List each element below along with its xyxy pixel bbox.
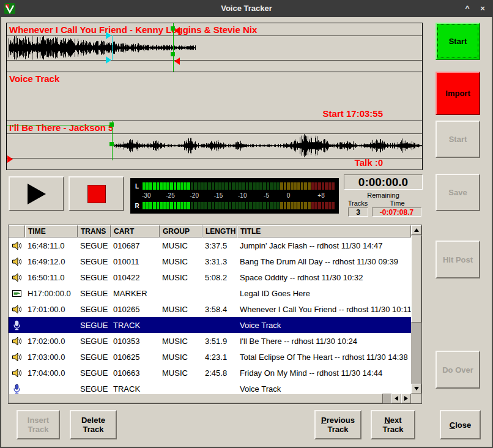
mic-icon xyxy=(9,384,25,394)
track-start-handle-top[interactable] xyxy=(109,122,114,127)
meter-segment xyxy=(276,202,280,209)
scroll-down-button[interactable] xyxy=(411,384,421,394)
meter-segment xyxy=(215,182,218,190)
scroll-up-button[interactable] xyxy=(411,225,421,235)
waveform-panel-track1[interactable]: Whenever I Call You Friend - Kenny Loggi… xyxy=(6,23,423,72)
stop-button[interactable] xyxy=(69,176,124,211)
meter-segment xyxy=(276,182,280,190)
log-row[interactable]: 16:49:12.0SEGUE010011MUSIC3:31.3Bang The… xyxy=(9,253,411,269)
horizontal-scroll-track[interactable] xyxy=(383,394,391,403)
column-header-group[interactable]: GROUP xyxy=(160,225,202,237)
log-row[interactable]: 16:50:11.0SEGUE010422MUSIC5:08.2Space Od… xyxy=(9,269,411,285)
log-row[interactable]: 17:02:00.0SEGUE010353MUSIC3:51.9I'll Be … xyxy=(9,333,411,349)
meter-left-bar xyxy=(143,182,335,190)
meter-scale-label: -5 xyxy=(264,192,269,199)
meter-segment xyxy=(163,182,166,190)
fade-marker-handle-top[interactable] xyxy=(106,32,111,39)
meter-segment xyxy=(242,202,245,209)
meter-segment xyxy=(301,202,304,209)
play-button[interactable] xyxy=(9,176,64,211)
meter-segment xyxy=(239,202,242,209)
log-row[interactable]: SEGUETRACKVoice Track xyxy=(9,381,411,394)
cell-cart: TRACK xyxy=(111,321,160,330)
meter-segment xyxy=(149,182,152,190)
meter-segment xyxy=(187,202,190,209)
meter-segment xyxy=(280,182,283,190)
column-header-length[interactable]: LENGTH xyxy=(202,225,237,237)
fade-marker-line[interactable] xyxy=(112,35,113,60)
log-row[interactable]: SEGUETRACKVoice Track xyxy=(9,317,411,333)
close-button[interactable]: Close xyxy=(440,410,481,439)
scroll-right-button[interactable] xyxy=(401,394,411,403)
cell-trans: SEGUE xyxy=(78,384,111,394)
meter-segment xyxy=(143,182,146,190)
meter-scale-label: -30 xyxy=(142,192,150,199)
log-row[interactable]: 17:01:00.0SEGUE010265MUSIC3:58.4Whenever… xyxy=(9,301,411,317)
track2-start-time: Start 17:03:55 xyxy=(323,108,383,119)
meter-segment xyxy=(146,202,149,209)
column-header-time[interactable]: TIME xyxy=(25,225,78,237)
cell-time: 16:49:12.0 xyxy=(25,257,78,266)
log-row[interactable]: 16:48:11.0SEGUE010687MUSIC3:37.5Jumpin' … xyxy=(9,237,411,253)
track-start-handle-mid[interactable] xyxy=(109,142,114,146)
vertical-scrollbar[interactable] xyxy=(411,225,421,394)
meter-segment xyxy=(225,182,228,190)
meter-segment xyxy=(318,202,321,209)
waveform-panel-voicetrack[interactable]: Voice Track Start 17:03:55 xyxy=(6,72,423,121)
record-start-button[interactable]: Start xyxy=(436,23,480,60)
vertical-scroll-thumb[interactable] xyxy=(411,236,421,323)
close-window-button[interactable]: × xyxy=(476,3,489,13)
meter-segment xyxy=(297,182,300,190)
meter-segment xyxy=(249,202,252,209)
meter-segment xyxy=(332,182,335,190)
speaker-icon xyxy=(9,368,25,378)
horizontal-scrollbar[interactable] xyxy=(9,394,411,403)
meter-segment xyxy=(174,182,177,190)
horizontal-scroll-thumb[interactable] xyxy=(9,394,383,403)
cell-title: Bang The Drum All Day -- rdhost 11/30 09… xyxy=(237,257,411,266)
meter-segment xyxy=(246,202,249,209)
meter-segment xyxy=(308,182,311,190)
previous-track-button[interactable]: PreviousTrack xyxy=(314,410,361,439)
meter-segment xyxy=(332,202,335,209)
log-row[interactable]: 17:04:00.0SEGUE010663MUSIC2:45.8Friday O… xyxy=(9,365,411,381)
shade-button[interactable]: ^ xyxy=(461,3,473,13)
meter-segment xyxy=(322,202,325,209)
titlebar[interactable]: Voice Tracker ^ × xyxy=(0,0,493,17)
next-track-button[interactable]: NextTrack xyxy=(371,410,415,439)
lane-line xyxy=(7,60,422,61)
log-row[interactable]: 17:03:00.0SEGUE010625MUSIC4:23.1Total Ec… xyxy=(9,349,411,365)
meter-segment xyxy=(284,202,287,209)
cell-trans: SEGUE xyxy=(78,337,111,346)
cell-cart: 010663 xyxy=(111,368,160,378)
remaining-time-value: -0:07:08.7 xyxy=(372,207,421,217)
end-marker-handle-bottom[interactable] xyxy=(174,58,180,65)
meter-segment xyxy=(253,202,256,209)
meter-segment xyxy=(267,182,270,190)
scroll-left-button[interactable] xyxy=(391,394,401,403)
log-row[interactable]: H17:00:00.0SEGUEMARKERLegal ID Goes Here xyxy=(9,285,411,301)
meter-segment xyxy=(221,202,224,209)
fade-marker-handle-bottom[interactable] xyxy=(106,56,111,64)
track3-talk-time: Talk :0 xyxy=(355,157,383,168)
import-button[interactable]: Import xyxy=(436,72,480,115)
segue-start-handle[interactable] xyxy=(7,155,13,163)
column-header-icon[interactable] xyxy=(9,225,25,237)
column-header-trans[interactable]: TRANS xyxy=(78,225,111,237)
meter-segment xyxy=(201,182,204,190)
meter-segment xyxy=(297,202,300,209)
column-header-cart[interactable]: CART xyxy=(111,225,160,237)
column-header-title[interactable]: TITLE xyxy=(237,225,411,237)
meter-segment xyxy=(256,202,259,209)
cell-trans: SEGUE xyxy=(78,353,111,362)
track-start-marker-line[interactable] xyxy=(112,121,113,160)
end-marker-handle-top[interactable] xyxy=(174,27,180,34)
app-icon xyxy=(4,2,16,15)
segue-marker-handle-mid[interactable] xyxy=(171,52,175,56)
remaining-tracks-label: Tracks xyxy=(344,200,372,207)
cell-title: Legal ID Goes Here xyxy=(237,289,411,298)
meter-segment xyxy=(187,182,190,190)
delete-track-button[interactable]: DeleteTrack xyxy=(70,410,117,439)
waveform-panel-track3[interactable]: I'll Be There - Jackson 5 Talk :0 xyxy=(6,121,423,170)
cell-group: MUSIC xyxy=(160,257,202,266)
